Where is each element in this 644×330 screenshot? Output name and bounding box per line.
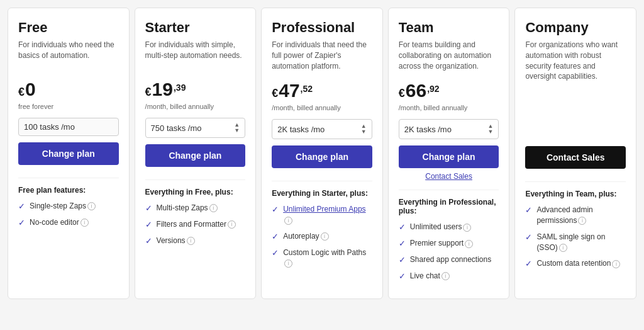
tasks-selector-professional[interactable]: 2K tasks /mo▲▼ — [272, 119, 372, 139]
info-icon-professional-2: i — [284, 259, 292, 268]
plan-card-free: FreeFor individuals who need the basics … — [8, 8, 130, 299]
price-row-starter: €19,39 — [145, 79, 246, 100]
plan-description-free: For individuals who need the basics of a… — [18, 40, 119, 70]
feature-item-team-1: ✓Premier supporti — [399, 238, 499, 249]
feature-text-free-1: No-code editori — [30, 217, 89, 228]
features-title-professional: Everything in Starter, plus: — [272, 189, 372, 198]
info-icon-company-1: i — [559, 244, 567, 252]
tasks-arrows-starter: ▲▼ — [234, 122, 240, 134]
feature-link-professional-0[interactable]: Unlimited Premium Apps — [283, 205, 365, 213]
check-icon-company-0: ✓ — [525, 205, 532, 215]
price-amount-free: 0 — [25, 79, 36, 100]
feature-text-professional-1: Autoreplayi — [283, 231, 328, 242]
feature-text-company-0: Advanced admin permissionsi — [536, 205, 626, 226]
tasks-label-team: 2K tasks /mo — [404, 125, 452, 134]
price-billing-team: /month, billed annually — [399, 104, 499, 111]
plan-name-professional: Professional — [272, 20, 372, 36]
cta-button-starter[interactable]: Change plan — [145, 144, 246, 167]
contact-sales-link-team[interactable]: Contact Sales — [399, 172, 499, 181]
price-currency-free: € — [18, 86, 25, 99]
plan-card-company: CompanyFor organizations who want automa… — [514, 8, 636, 299]
features-title-starter: Everything in Free, plus: — [145, 188, 246, 196]
check-icon-free-0: ✓ — [18, 202, 25, 211]
feature-text-starter-2: Versionsi — [157, 236, 195, 246]
feature-text-team-3: Live chati — [410, 271, 450, 282]
check-icon-company-2: ✓ — [525, 259, 532, 268]
price-cents-team: ,92 — [427, 84, 439, 94]
feature-text-professional-0: Unlimited Premium Appsi — [283, 204, 372, 225]
feature-item-free-0: ✓Single-step Zapsi — [18, 201, 119, 212]
feature-text-professional-2: Custom Logic with Pathsi — [283, 248, 372, 269]
price-billing-starter: /month, billed annually — [145, 103, 246, 110]
cta-button-team[interactable]: Change plan — [399, 145, 499, 168]
price-billing-professional: /month, billed annually — [272, 104, 372, 111]
info-icon-professional-0: i — [284, 217, 292, 225]
info-icon-professional-1: i — [321, 232, 329, 241]
info-icon-free-0: i — [87, 202, 96, 210]
features-section-team: Everything in Professional, plus:✓Unlimi… — [399, 190, 499, 281]
info-icon-company-2: i — [612, 260, 620, 268]
price-row-free: €0 — [18, 79, 119, 100]
check-icon-professional-2: ✓ — [272, 248, 279, 258]
feature-text-team-0: Unlimited usersi — [410, 222, 472, 232]
check-icon-professional-1: ✓ — [272, 232, 279, 241]
cta-button-company[interactable]: Contact Sales — [525, 146, 626, 169]
feature-item-company-0: ✓Advanced admin permissionsi — [525, 205, 626, 226]
features-title-team: Everything in Professional, plus: — [399, 198, 499, 215]
check-icon-team-2: ✓ — [399, 255, 406, 265]
feature-item-team-0: ✓Unlimited usersi — [399, 222, 499, 232]
plan-card-professional: ProfessionalFor individuals that need th… — [261, 8, 383, 299]
check-icon-free-1: ✓ — [18, 218, 25, 227]
check-icon-team-1: ✓ — [399, 239, 406, 248]
check-icon-team-3: ✓ — [399, 271, 406, 281]
feature-item-starter-1: ✓Filters and Formatteri — [145, 219, 246, 230]
tasks-static-free: 100 tasks /mo — [18, 118, 119, 136]
features-section-professional: Everything in Starter, plus:✓Unlimited P… — [272, 181, 372, 268]
plan-name-starter: Starter — [145, 20, 246, 36]
tasks-label-professional: 2K tasks /mo — [277, 125, 325, 134]
tasks-selector-starter[interactable]: 750 tasks /mo▲▼ — [145, 118, 246, 138]
features-title-company: Everything in Team, plus: — [525, 190, 626, 198]
price-amount-team: 66 — [406, 80, 426, 101]
price-currency-team: € — [399, 87, 405, 100]
feature-item-team-3: ✓Live chati — [399, 271, 499, 282]
info-icon-team-1: i — [465, 240, 473, 248]
check-icon-professional-0: ✓ — [272, 205, 279, 214]
tasks-selector-team[interactable]: 2K tasks /mo▲▼ — [399, 119, 499, 139]
plan-description-starter: For individuals with simple, multi-step … — [145, 40, 246, 70]
feature-item-professional-0: ✓Unlimited Premium Appsi — [272, 204, 372, 225]
feature-text-team-1: Premier supporti — [410, 238, 473, 249]
tasks-label-starter: 750 tasks /mo — [151, 123, 202, 133]
feature-text-company-2: Custom data retentioni — [536, 258, 620, 269]
plan-name-company: Company — [525, 20, 626, 36]
price-cents-professional: ,52 — [301, 84, 313, 94]
features-section-company: Everything in Team, plus:✓Advanced admin… — [525, 181, 626, 269]
check-icon-starter-0: ✓ — [145, 203, 152, 213]
feature-item-free-1: ✓No-code editori — [18, 217, 119, 228]
feature-item-professional-1: ✓Autoreplayi — [272, 231, 372, 242]
check-icon-starter-2: ✓ — [145, 236, 152, 246]
feature-item-company-1: ✓SAML single sign on (SSO)i — [525, 232, 626, 253]
cta-button-free[interactable]: Change plan — [18, 142, 119, 165]
check-icon-starter-1: ✓ — [145, 220, 152, 229]
plan-name-free: Free — [18, 20, 119, 36]
info-icon-company-0: i — [578, 217, 586, 225]
feature-item-starter-2: ✓Versionsi — [145, 236, 246, 246]
price-row-team: €66,92 — [399, 80, 499, 101]
tasks-arrows-professional: ▲▼ — [361, 123, 367, 135]
cta-button-professional[interactable]: Change plan — [272, 145, 372, 168]
plans-container: FreeFor individuals who need the basics … — [8, 8, 636, 299]
info-icon-team-3: i — [441, 272, 450, 280]
check-icon-team-0: ✓ — [399, 222, 406, 232]
feature-item-company-2: ✓Custom data retentioni — [525, 258, 626, 269]
feature-item-professional-2: ✓Custom Logic with Pathsi — [272, 248, 372, 269]
feature-text-company-1: SAML single sign on (SSO)i — [536, 232, 626, 253]
features-title-free: Free plan features: — [18, 186, 119, 195]
tasks-arrows-team: ▲▼ — [487, 123, 493, 135]
price-cents-starter: ,39 — [174, 82, 186, 93]
plan-description-company: For organizations who want automation wi… — [525, 40, 626, 82]
feature-item-team-2: ✓Shared app connections — [399, 254, 499, 265]
feature-text-free-0: Single-step Zapsi — [30, 201, 96, 212]
feature-text-team-2: Shared app connections — [410, 254, 491, 265]
features-section-free: Free plan features:✓Single-step Zapsi✓No… — [18, 178, 119, 228]
